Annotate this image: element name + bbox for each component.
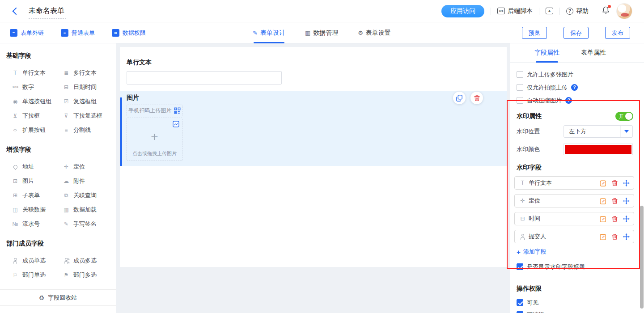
canvas-field-image-selected[interactable]: 图片 手机扫码上传图片 + 点击或拖拽上传图片	[120, 91, 507, 166]
panel-scrollbar-thumb[interactable]	[640, 206, 644, 309]
help-icon[interactable]: ?	[571, 84, 578, 91]
checkbox-unchecked[interactable]	[517, 97, 523, 104]
member-multi-icon	[63, 258, 70, 264]
copy-field-button[interactable]	[453, 92, 466, 104]
watermark-position-select[interactable]: 左下方	[564, 125, 633, 138]
canvas-field-single-line-text[interactable]: 单行文本	[127, 59, 282, 85]
sidebar-item-multi-select[interactable]: ⊽下拉复选框	[63, 109, 110, 123]
edit-icon[interactable]	[600, 198, 606, 204]
sidebar-item-single-line-text[interactable]: T单行文本	[12, 66, 63, 80]
chevron-down-icon	[624, 130, 629, 133]
tab-data-manage[interactable]: ▥ 数据管理	[305, 22, 338, 43]
signature-icon: ✎	[63, 221, 70, 227]
move-icon[interactable]	[623, 216, 630, 222]
preview-button[interactable]: 预览	[522, 27, 547, 39]
datetime-icon: ⊟	[63, 85, 70, 90]
edit-icon[interactable]	[600, 216, 606, 222]
sidebar-item-locate[interactable]: ✛定位	[63, 160, 110, 174]
move-icon[interactable]	[623, 180, 630, 186]
checkbox-unchecked[interactable]	[517, 84, 523, 91]
tab-form-design[interactable]: ✎ 表单设计	[253, 22, 285, 43]
option-visible[interactable]: 可见	[517, 296, 637, 309]
sidebar-item-relation-data[interactable]: ◫关联数据	[12, 203, 63, 217]
watermark-field-row-locate[interactable]: ✛ 定位	[514, 194, 634, 207]
divider-icon: ≡	[63, 127, 70, 133]
watermark-toggle-on[interactable]: 开	[615, 112, 633, 121]
help-icon[interactable]: ?	[565, 97, 572, 104]
sidebar-item-relation-query[interactable]: ⧉关联查询	[63, 188, 110, 203]
checkbox-checked[interactable]	[517, 311, 523, 313]
option-auto-compress[interactable]: 自动压缩图片 ?	[517, 94, 637, 107]
back-icon[interactable]	[13, 7, 20, 15]
sidebar-item-datetime[interactable]: ⊟日期时间	[63, 80, 110, 94]
sidebar-item-dept-multi[interactable]: ⚑部门多选	[63, 268, 110, 282]
sidebar-item-multi-line-text[interactable]: ≣多行文本	[63, 66, 110, 80]
sidebar-item-image[interactable]: ⊡图片	[12, 174, 63, 188]
tab-form-settings[interactable]: ⚙ 表单设置	[358, 22, 391, 43]
edit-icon[interactable]	[600, 180, 606, 186]
tab-form-properties[interactable]: 表单属性	[581, 43, 606, 63]
trash-icon[interactable]	[611, 216, 618, 222]
image-upload-dropzone[interactable]: + 点击或拖拽上传图片	[127, 118, 182, 161]
sidebar-item-attachment[interactable]: ☁附件	[63, 174, 110, 188]
watermark-field-row-single-line-text[interactable]: T 单行文本	[514, 176, 634, 190]
checkbox-unchecked[interactable]	[517, 71, 523, 78]
select-caret-zone	[620, 126, 632, 137]
trash-icon[interactable]	[611, 233, 618, 240]
notification-bell-button[interactable]	[602, 6, 610, 16]
sidebar-item-dept-single[interactable]: ⚐部门单选	[12, 268, 63, 282]
backend-script-button[interactable]: </> 后端脚本	[497, 7, 533, 15]
single-line-text-input[interactable]	[127, 71, 282, 85]
save-button[interactable]: 保存	[564, 27, 589, 39]
sidebar-item-radio-group[interactable]: ◉单选按钮组	[12, 94, 63, 109]
sidebar-item-address[interactable]: 地址	[12, 160, 63, 174]
watermark-color-picker[interactable]	[564, 144, 633, 155]
trash-icon[interactable]	[611, 180, 618, 186]
sidebar-item-number[interactable]: 123数字	[12, 80, 63, 94]
sidebar-item-extend-button[interactable]: ○扩展按钮	[12, 123, 63, 137]
app-access-button[interactable]: 应用访问	[441, 5, 484, 17]
option-camera-only[interactable]: 仅允许拍照上传 ?	[517, 81, 637, 94]
sidebar-item-divider-line[interactable]: ≡分割线	[63, 123, 110, 137]
watermark-field-row-submitter[interactable]: 提交人	[514, 230, 634, 243]
move-icon[interactable]	[623, 233, 630, 240]
qr-code-icon	[174, 107, 181, 114]
publish-button[interactable]: 发布	[605, 27, 630, 39]
move-icon[interactable]	[623, 198, 630, 204]
option-editable[interactable]: 可编辑	[517, 309, 637, 313]
form-canvas[interactable]: 单行文本 图片 手机扫码上传图片 + 点击或拖拽上传图片	[120, 47, 507, 267]
delete-field-button[interactable]	[470, 92, 483, 104]
top-header: 未命名表单 应用访问 </> 后端脚本 A ? 帮助	[0, 0, 644, 22]
sidebar-item-member-single[interactable]: 成员单选	[12, 254, 63, 268]
sidebar-item-data-load[interactable]: ▥数据加载	[63, 203, 110, 217]
add-watermark-field-button[interactable]: + 添加字段	[517, 248, 637, 256]
data-permission-item[interactable]: ılı 数据权限	[112, 29, 146, 37]
form-title-wrap[interactable]: 未命名表单	[29, 6, 64, 16]
tab-field-properties[interactable]: 字段属性	[534, 43, 559, 63]
checkbox-checked[interactable]	[517, 263, 523, 270]
page-title[interactable]: 未命名表单	[29, 7, 64, 14]
sidebar-item-signature[interactable]: ✎手写签名	[63, 217, 110, 231]
help-button[interactable]: ? 帮助	[566, 7, 589, 15]
external-link-item[interactable]: ⚭ 表单外链	[10, 29, 44, 37]
sidebar-item-checkbox-group[interactable]: ☑复选框组	[63, 94, 110, 109]
edit-icon[interactable]	[600, 233, 606, 240]
option-show-watermark-field-title[interactable]: 是否显示水印字段标题	[517, 260, 637, 273]
sidebar-item-member-multi[interactable]: 成员多选	[63, 254, 110, 268]
qr-upload-box[interactable]: 手机扫码上传图片	[127, 105, 182, 116]
sidebar-item-select[interactable]: ⊻下拉框	[12, 109, 63, 123]
checkbox-checked[interactable]	[517, 299, 523, 306]
plain-form-item[interactable]: ≡ 普通表单	[61, 29, 95, 37]
image-icon: ⊡	[12, 178, 19, 184]
section-title-enhanced: 增强字段	[6, 146, 110, 154]
watermark-field-list: T 单行文本 ✛ 定位 ⊟ 时间	[514, 176, 634, 243]
field-recycle-bin[interactable]: ♻ 字段回收站	[0, 289, 116, 306]
option-multi-image[interactable]: 允许上传多张图片	[517, 68, 637, 81]
plus-icon: +	[517, 249, 521, 255]
sidebar-item-serial-number[interactable]: №流水号	[12, 217, 63, 231]
watermark-field-row-time[interactable]: ⊟ 时间	[514, 212, 634, 225]
trash-icon[interactable]	[611, 198, 618, 204]
user-avatar[interactable]	[616, 3, 632, 19]
translate-button[interactable]: A	[546, 8, 553, 14]
sidebar-item-subform[interactable]: ⊞子表单	[12, 188, 63, 203]
